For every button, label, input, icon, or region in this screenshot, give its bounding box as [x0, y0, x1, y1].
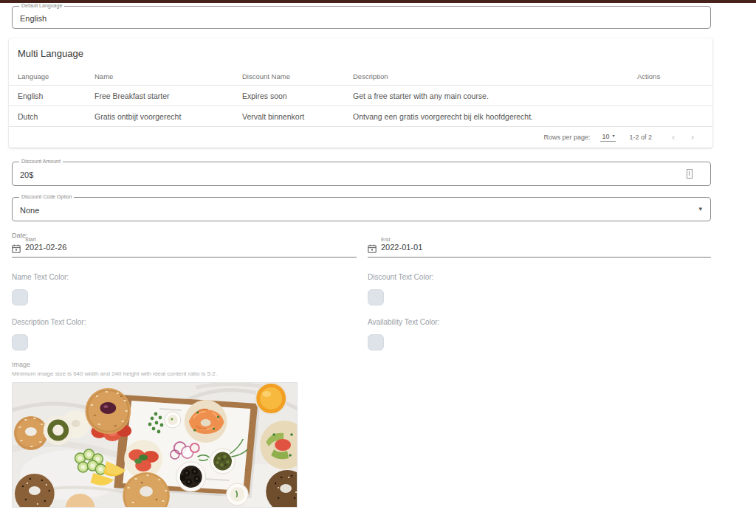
caret-down-icon: ▾ [612, 133, 614, 140]
table-row: English Free Breakfast starter Expires s… [9, 86, 712, 106]
table-row: Dutch Gratis ontbijt voorgerecht Vervalt… [9, 106, 712, 127]
column-header-discount-name: Discount Name [242, 72, 353, 80]
image-helper-text: Minimum image size is 640 width and 240 … [12, 370, 217, 377]
multi-language-card: Multi Language Language Name Discount Na… [9, 38, 712, 148]
cell-description: Get a free starter with any main course. [353, 91, 637, 100]
discount-code-select[interactable] [13, 198, 710, 221]
end-date-label: End [381, 237, 390, 242]
promotion-edit-page: Default Language Multi Language Language… [0, 0, 756, 532]
discount-amount-input[interactable] [13, 162, 710, 185]
default-language-input[interactable] [13, 7, 710, 28]
cell-discount-name: Vervalt binnenkort [242, 112, 353, 121]
column-header-name: Name [94, 72, 242, 80]
next-page-button[interactable]: › [683, 133, 702, 142]
pagination-range: 1-2 of 2 [629, 134, 652, 141]
end-date-field: End [368, 238, 711, 258]
prev-page-button[interactable]: ‹ [664, 133, 683, 142]
promo-food-image [13, 383, 297, 507]
cell-language: English [9, 91, 94, 100]
discount-text-color-label: Discount Text Color: [368, 273, 433, 281]
cell-name: Gratis ontbijt voorgerecht [94, 112, 242, 121]
table-header-row: Language Name Discount Name Description … [9, 68, 712, 86]
cell-language: Dutch [9, 112, 94, 121]
calendar-icon[interactable] [368, 244, 377, 253]
start-date-label: Start [25, 237, 36, 242]
start-date-field: Start [12, 238, 357, 258]
cell-name: Free Breakfast starter [94, 91, 242, 100]
end-date-input[interactable] [381, 243, 470, 252]
rows-per-page-select[interactable]: 10 ▾ [600, 133, 616, 142]
cell-description: Ontvang een gratis voorgerecht bij elk h… [353, 112, 637, 121]
card-title: Multi Language [18, 48, 83, 59]
start-date-input[interactable] [25, 243, 114, 252]
default-language-field: Default Language [12, 6, 711, 29]
top-accent-bar [0, 0, 756, 3]
discount-color-swatch[interactable] [368, 289, 384, 305]
image-section-label: Image [12, 361, 30, 368]
box-glyph-icon [687, 169, 693, 179]
discount-amount-field: Discount Amount [12, 162, 711, 186]
column-header-description: Description [353, 72, 637, 80]
rows-per-page-label: Rows per page: [543, 134, 590, 141]
description-color-swatch[interactable] [12, 334, 28, 350]
column-header-language: Language [9, 72, 94, 80]
promo-image-preview [12, 382, 298, 508]
calendar-icon[interactable] [12, 244, 21, 253]
discount-code-option-field: Discount Code Option ▾ [12, 197, 711, 221]
column-header-actions: Actions [637, 72, 712, 80]
table-pagination: Rows per page: 10 ▾ 1-2 of 2 ‹ › [543, 127, 702, 148]
name-text-color-label: Name Text Color: [12, 273, 69, 281]
availability-text-color-label: Availability Text Color: [368, 318, 439, 326]
name-color-swatch[interactable] [12, 289, 28, 305]
rows-per-page-value: 10 [602, 133, 609, 140]
cell-discount-name: Expires soon [242, 91, 353, 100]
description-text-color-label: Description Text Color: [12, 318, 86, 326]
caret-down-icon[interactable]: ▾ [698, 204, 702, 214]
availability-color-swatch[interactable] [368, 334, 384, 350]
